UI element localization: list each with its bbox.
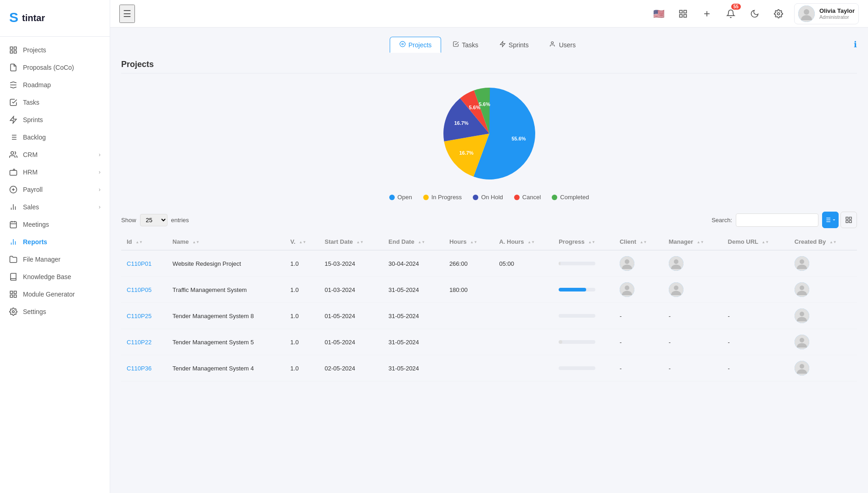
svg-rect-21	[10, 222, 17, 228]
col-name: Name ▲▼	[167, 234, 285, 250]
sidebar-item-reports[interactable]: Reports	[0, 233, 110, 251]
sort-id[interactable]: ▲▼	[135, 240, 143, 244]
project-id-link[interactable]: C110P05	[127, 286, 151, 293]
pie-label-2: 16.7%	[454, 120, 468, 126]
sidebar-item-sales[interactable]: Sales ›	[0, 198, 110, 216]
svg-point-64	[800, 286, 804, 290]
svg-rect-31	[684, 10, 687, 13]
legend-in-progress: In Progress	[423, 194, 462, 201]
created-avatar	[795, 361, 809, 375]
project-progress	[553, 303, 614, 329]
menu-button[interactable]: ☰	[119, 5, 135, 23]
project-demo-url: -	[722, 355, 789, 381]
project-a-hours	[493, 277, 553, 303]
sidebar-item-knowledge-base[interactable]: Knowledge Base	[0, 268, 110, 286]
svg-rect-49	[846, 217, 848, 219]
project-name: Website Redesign Project	[167, 250, 285, 277]
sort-created[interactable]: ▲▼	[829, 240, 837, 244]
add-icon[interactable]	[699, 6, 715, 22]
sidebar-item-proposals[interactable]: Proposals (CoCo)	[0, 59, 110, 76]
entries-select[interactable]: 25 10 50 100	[140, 214, 168, 226]
project-manager: -	[663, 355, 722, 381]
project-manager	[663, 277, 722, 303]
user-info: Olivia Taylor Administrator	[819, 7, 855, 20]
svg-rect-5	[10, 51, 12, 53]
sidebar-item-label: Sprints	[23, 116, 43, 123]
gear-icon[interactable]	[770, 6, 787, 22]
tab-sprints-label: Sprints	[509, 41, 529, 49]
user-profile[interactable]: Olivia Taylor Administrator	[794, 3, 859, 24]
roadmap-icon	[9, 81, 17, 89]
section-title: Projects	[121, 60, 857, 73]
legend-cancel-dot	[514, 195, 520, 200]
pie-label-0: 55.6%	[511, 136, 526, 141]
tab-tasks[interactable]: Tasks	[443, 37, 488, 53]
project-demo-url	[722, 250, 789, 277]
project-id-link[interactable]: C110P01	[127, 260, 151, 267]
notification-button[interactable]: 55	[722, 6, 739, 22]
payroll-chevron: ›	[99, 186, 101, 193]
sort-v[interactable]: ▲▼	[299, 240, 306, 244]
sidebar-item-backlog[interactable]: Backlog	[0, 129, 110, 146]
list-view-button[interactable]	[822, 212, 839, 228]
project-id-link[interactable]: C110P22	[127, 339, 151, 346]
sort-end[interactable]: ▲▼	[418, 240, 425, 244]
project-client: -	[614, 355, 663, 381]
project-version: 1.0	[285, 277, 319, 303]
project-start-date: 15-03-2024	[319, 250, 383, 277]
dark-mode-toggle[interactable]	[746, 6, 763, 22]
project-created-by	[789, 277, 857, 303]
tab-users[interactable]: Users	[540, 37, 586, 53]
svg-point-36	[777, 12, 779, 15]
sidebar-item-payroll[interactable]: Payroll ›	[0, 181, 110, 198]
sidebar-item-crm[interactable]: CRM ›	[0, 146, 110, 163]
sidebar-item-module-generator[interactable]: Module Generator	[0, 286, 110, 303]
svg-rect-51	[849, 220, 851, 223]
sidebar-item-meetings[interactable]: Meetings	[0, 216, 110, 233]
sort-start[interactable]: ▲▼	[356, 240, 364, 244]
col-manager: Manager ▲▼	[663, 234, 722, 250]
created-avatar	[795, 282, 809, 297]
tab-sprints[interactable]: Sprints	[490, 37, 538, 53]
sidebar-item-sprints[interactable]: Sprints	[0, 111, 110, 129]
project-end-date: 31-05-2024	[383, 277, 444, 303]
sort-demo[interactable]: ▲▼	[762, 240, 769, 244]
svg-rect-26	[14, 291, 17, 293]
grid-icon[interactable]	[675, 6, 691, 22]
project-progress	[553, 329, 614, 355]
tab-projects[interactable]: Projects	[390, 37, 442, 53]
svg-rect-3	[14, 47, 17, 49]
sort-manager[interactable]: ▲▼	[697, 240, 704, 244]
sort-name[interactable]: ▲▼	[192, 240, 200, 244]
sidebar-item-hrm[interactable]: HRM ›	[0, 163, 110, 181]
sort-client[interactable]: ▲▼	[640, 240, 647, 244]
main-area: ☰ 🇺🇸 55	[110, 0, 868, 493]
sort-ahours[interactable]: ▲▼	[527, 240, 535, 244]
info-icon[interactable]: ℹ	[854, 39, 857, 50]
sort-hours[interactable]: ▲▼	[470, 240, 477, 244]
sidebar-item-file-manager[interactable]: File Manager	[0, 251, 110, 268]
grid-view-button[interactable]	[840, 212, 857, 228]
svg-point-38	[804, 9, 809, 15]
language-selector[interactable]: 🇺🇸	[651, 6, 667, 22]
sidebar-item-label: Sales	[23, 203, 39, 211]
client-avatar	[620, 256, 634, 271]
project-id-link[interactable]: C110P25	[127, 313, 151, 319]
svg-rect-14	[10, 170, 17, 175]
search-input[interactable]	[736, 213, 818, 227]
sidebar-item-roadmap[interactable]: Roadmap	[0, 76, 110, 94]
progress-bar-wrap	[559, 340, 595, 344]
sales-icon	[9, 203, 17, 211]
project-id-link[interactable]: C110P36	[127, 365, 151, 372]
tab-sprints-icon	[499, 41, 506, 49]
sidebar-item-tasks[interactable]: Tasks	[0, 94, 110, 111]
sidebar-item-projects[interactable]: Projects	[0, 41, 110, 59]
legend-inprogress-label: In Progress	[431, 194, 462, 201]
sort-progress[interactable]: ▲▼	[588, 240, 595, 244]
sidebar-item-label: Settings	[23, 308, 46, 315]
svg-point-66	[800, 312, 804, 316]
view-buttons	[822, 212, 857, 228]
sidebar-item-settings[interactable]: Settings	[0, 303, 110, 320]
svg-point-40	[402, 43, 403, 45]
table-row: C110P01 Website Redesign Project 1.0 15-…	[121, 250, 857, 277]
